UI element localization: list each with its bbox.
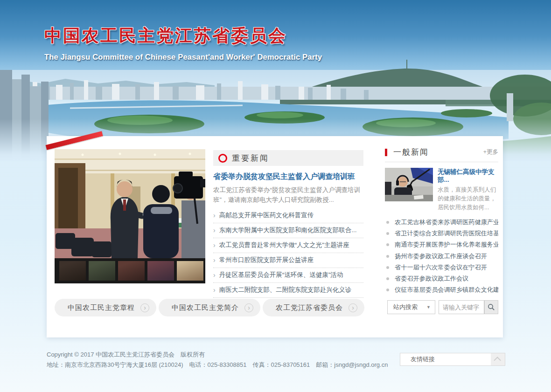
photo-thumbnail-strip xyxy=(55,258,205,283)
news-link[interactable]: 南通市委开展医养护一体化养老服务业调研 xyxy=(395,241,498,249)
bullet-icon xyxy=(386,221,389,224)
photo-thumbnail-3[interactable] xyxy=(118,261,145,281)
circle-arrow-icon: › xyxy=(349,303,357,312)
search-scope-dropdown[interactable]: 站内搜索 ▼ xyxy=(387,300,435,314)
red-ring-icon xyxy=(218,154,227,163)
site-title-en: The Jiangsu Committee of Chinese Peasant… xyxy=(44,53,322,62)
circle-arrow-icon: › xyxy=(140,303,149,312)
search-icon xyxy=(488,303,495,311)
radio-studio-photo xyxy=(385,168,433,201)
photo-thumbnail-4[interactable] xyxy=(147,261,174,281)
photo-thumbnail-5[interactable] xyxy=(177,261,203,281)
footer-copyright: Copyright © 2017 中国农工民主党江苏省委员会 版权所有 xyxy=(47,351,205,359)
list-item: ›农工党员曹音赴常州大学做“人文之光”主题讲座 xyxy=(213,238,363,253)
photo-thumbnail-1[interactable] xyxy=(59,261,86,281)
important-news-list: ›高邮总支开展中医药文化科普宣传 ›东南大学附属中大医院支部和南化医院支部联合.… xyxy=(213,208,363,298)
more-link[interactable]: +更多 xyxy=(483,148,498,156)
chevron-right-icon: › xyxy=(213,227,216,234)
chevron-right-icon: › xyxy=(213,256,216,264)
list-item: ›高邮总支开展中医药文化科普宣传 xyxy=(213,208,363,223)
list-item: 扬州市委参政议政工作座谈会召开 xyxy=(385,251,498,262)
general-news-header: 一般新闻 +更多 xyxy=(385,147,498,158)
news-link[interactable]: 农工党吉林省委来苏调研医药健康产业发展 xyxy=(395,218,498,227)
news-link[interactable]: 省委召开参政议政工作会议 xyxy=(395,275,468,283)
news-link[interactable]: 南医大二附院支部、二附院东院支部赴兴化义诊 xyxy=(219,286,352,294)
red-bar-icon xyxy=(385,149,387,156)
list-item: 省卫计委综合支部调研民营医院住培基地建... xyxy=(385,228,498,239)
site-title-cn: 中国农工民主党江苏省委员会 xyxy=(44,24,322,48)
important-news-section: 重要新闻 省委举办脱贫攻坚民主监督入户调查培训班 农工党江苏省委举办“脱贫攻坚民… xyxy=(213,150,363,298)
list-item: 农工党吉林省委来苏调研医药健康产业发展 xyxy=(385,217,498,228)
bullet-icon xyxy=(386,266,389,269)
news-link[interactable]: 扬州市委参政议政工作座谈会召开 xyxy=(395,252,487,261)
caret-down-icon: ▼ xyxy=(426,305,431,309)
chevron-right-icon: › xyxy=(213,286,216,294)
bullet-icon xyxy=(386,277,389,280)
general-news-featured: 无锡辅仁高级中学支部... 水质，直接关系到人们的健康和生活的质量，居民饮用水质… xyxy=(385,168,498,212)
quick-link-label: 中国农工民主党简介 xyxy=(172,303,244,312)
news-link[interactable]: 丹徒区基层委员会开展“送环保、送健康”活动 xyxy=(219,271,343,279)
featured-news-link[interactable]: 无锡辅仁高级中学支部... xyxy=(438,168,498,184)
news-link[interactable]: 省卫计委综合支部调研民营医院住培基地建... xyxy=(395,229,498,238)
site-brand: 中国农工民主党江苏省委员会 The Jiangsu Committee of C… xyxy=(44,24,322,62)
chevron-right-icon: › xyxy=(213,241,216,249)
news-link[interactable]: 省十一届十六次常委会议在宁召开 xyxy=(395,263,487,272)
friend-links-toggle[interactable] xyxy=(491,353,505,365)
interview-photo xyxy=(55,149,205,258)
quick-link-committee-button[interactable]: 农工党江苏省委员会 › xyxy=(263,299,364,316)
important-news-summary: 农工党江苏省委举办“脱贫攻坚民主监督入户调查培训班”，邀请南京邮电大学人口研究院… xyxy=(213,185,363,205)
general-news-section: 一般新闻 +更多 xyxy=(385,147,498,296)
search-scope-label: 站内搜索 xyxy=(393,303,426,311)
featured-photo[interactable] xyxy=(55,149,205,283)
quick-link-charter-button[interactable]: 中国农工民主党章程 › xyxy=(55,299,156,316)
important-news-headline-link[interactable]: 省委举办脱贫攻坚民主监督入户调查培训班 xyxy=(213,172,363,182)
chevron-right-icon: › xyxy=(213,271,216,279)
news-link[interactable]: 仪征市基层委员会调研乡镇群众文化建设工... xyxy=(395,286,498,294)
caret-up-icon xyxy=(494,357,501,364)
important-news-title: 重要新闻 xyxy=(232,153,269,164)
quick-link-intro-button[interactable]: 中国农工民主党简介 › xyxy=(159,299,260,316)
friend-links-label: 友情链接 xyxy=(411,355,491,364)
featured-news-summary: 水质，直接关系到人们的健康和生活的质量，居民饮用水质如何... xyxy=(438,186,498,212)
search-button[interactable] xyxy=(484,300,498,314)
search-input[interactable] xyxy=(439,300,484,314)
divider xyxy=(385,162,498,162)
general-news-list: 农工党吉林省委来苏调研医药健康产业发展 省卫计委综合支部调研民营医院住培基地建.… xyxy=(385,217,498,296)
quick-link-label: 中国农工民主党章程 xyxy=(68,303,140,312)
list-item: ›南医大二附院支部、二附院东院支部赴兴化义诊 xyxy=(213,283,363,298)
bullet-icon xyxy=(386,243,389,246)
list-item: 省委召开参政议政工作会议 xyxy=(385,273,498,284)
friend-links-dropdown[interactable]: 友情链接 xyxy=(400,353,505,366)
list-item: 省十一届十六次常委会议在宁召开 xyxy=(385,262,498,273)
bullet-icon xyxy=(386,289,389,291)
footer-address: 地址：南京市北京西路30号宁海大厦16层 (210024) 电话：025-833… xyxy=(47,361,388,369)
photo-thumbnail-2[interactable] xyxy=(89,261,115,281)
general-news-title: 一般新闻 xyxy=(393,147,483,158)
studio-photo[interactable] xyxy=(385,168,433,201)
list-item: ›东南大学附属中大医院支部和南化医院支部联合... xyxy=(213,223,363,238)
featured-text: 无锡辅仁高级中学支部... 水质，直接关系到人们的健康和生活的质量，居民饮用水质… xyxy=(438,168,498,212)
news-link[interactable]: 东南大学附属中大医院支部和南化医院支部联合... xyxy=(219,226,357,234)
news-link[interactable]: 农工党员曹音赴常州大学做“人文之光”主题讲座 xyxy=(219,241,349,249)
chevron-right-icon: › xyxy=(213,212,216,219)
list-item: 南通市委开展医养护一体化养老服务业调研 xyxy=(385,239,498,250)
list-item: 仪征市基层委员会调研乡镇群众文化建设工... xyxy=(385,284,498,296)
bullet-icon xyxy=(386,232,389,235)
quick-link-label: 农工党江苏省委员会 xyxy=(276,303,349,312)
list-item: ›丹徒区基层委员会开展“送环保、送健康”活动 xyxy=(213,268,363,283)
important-news-header: 重要新闻 xyxy=(213,150,363,166)
main-content-card: 重要新闻 省委举办脱贫攻坚民主监督入户调查培训班 农工党江苏省委举办“脱贫攻坚民… xyxy=(47,136,503,337)
bullet-icon xyxy=(386,255,389,258)
news-link[interactable]: 高邮总支开展中医药文化科普宣传 xyxy=(219,211,314,220)
circle-arrow-icon: › xyxy=(244,303,253,312)
list-item: ›常州市口腔医院支部开展公益讲座 xyxy=(213,253,363,268)
news-link[interactable]: 常州市口腔医院支部开展公益讲座 xyxy=(219,256,314,264)
